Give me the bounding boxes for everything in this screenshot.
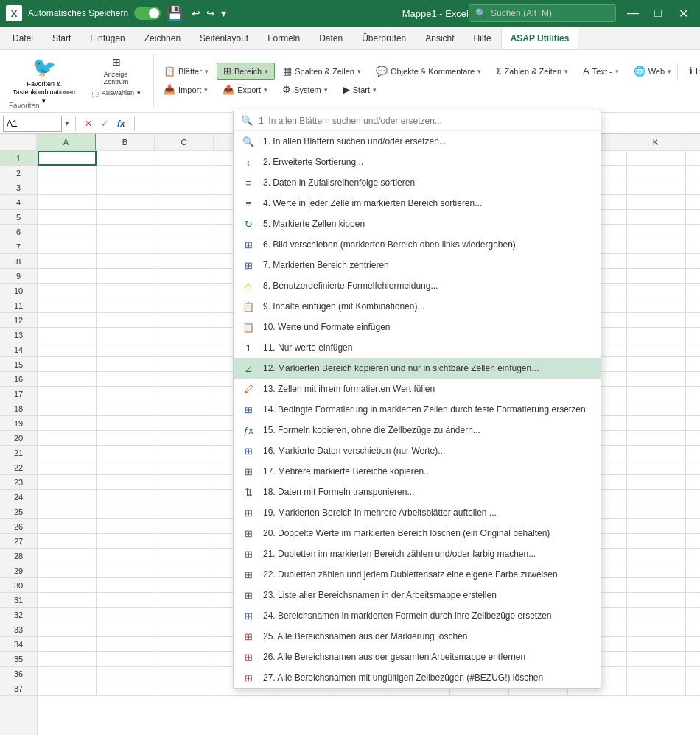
cell-34-11[interactable] xyxy=(686,637,700,652)
cell-25-2[interactable] xyxy=(155,504,214,519)
undo-button[interactable]: ↩ xyxy=(192,7,200,19)
cell-22-11[interactable] xyxy=(686,460,700,475)
cell-18-0[interactable] xyxy=(38,401,97,416)
cell-14-0[interactable] xyxy=(38,342,97,357)
row-header-32[interactable]: 32 xyxy=(0,608,37,622)
list-item[interactable]: ↕2. Erweiterte Sortierung... xyxy=(234,152,601,172)
row-header-20[interactable]: 20 xyxy=(0,431,37,446)
row-header-18[interactable]: 18 xyxy=(0,401,37,416)
cell-37-2[interactable] xyxy=(155,681,214,696)
cell-14-2[interactable] xyxy=(155,342,214,357)
cell-32-10[interactable] xyxy=(627,608,686,622)
cell-29-2[interactable] xyxy=(155,563,214,578)
cell-19-1[interactable] xyxy=(97,416,155,431)
cell-19-2[interactable] xyxy=(155,416,214,431)
cell-15-0[interactable] xyxy=(38,357,97,372)
cell-7-11[interactable] xyxy=(686,239,700,254)
list-item[interactable]: ⊞20. Doppelte Werte im markierten Bereic… xyxy=(234,523,601,544)
auswaehlen-button[interactable]: ⬚ Auswählen ▾ xyxy=(85,85,147,101)
cell-32-11[interactable] xyxy=(686,608,700,622)
cell-17-11[interactable] xyxy=(686,387,700,401)
cell-25-0[interactable] xyxy=(38,504,97,519)
text-button[interactable]: A Text - ▾ xyxy=(576,63,626,80)
save-button[interactable]: 💾 xyxy=(167,5,183,21)
function-button[interactable]: fx xyxy=(114,119,128,129)
list-item[interactable]: ⊞7. Markierten Bereich zentrieren xyxy=(234,255,601,275)
cell-19-10[interactable] xyxy=(627,416,686,431)
row-header-23[interactable]: 23 xyxy=(0,475,37,490)
search-box[interactable]: 🔍 Suchen (Alt+M) xyxy=(469,4,616,22)
cell-9-11[interactable] xyxy=(686,269,700,284)
list-item[interactable]: 🖊13. Zellen mit ihrem formatierten Wert … xyxy=(234,379,601,399)
redo-button[interactable]: ↪ xyxy=(206,7,215,19)
cell-20-11[interactable] xyxy=(686,431,700,446)
row-header-33[interactable]: 33 xyxy=(0,622,37,637)
formula-confirm-button[interactable]: ✓ xyxy=(98,119,111,129)
cell-36-0[interactable] xyxy=(38,667,97,681)
cell-23-0[interactable] xyxy=(38,475,97,490)
cell-28-11[interactable] xyxy=(686,549,700,563)
cell-1-0[interactable] xyxy=(38,151,97,166)
cell-15-10[interactable] xyxy=(627,357,686,372)
cell-12-10[interactable] xyxy=(627,313,686,328)
cell-14-10[interactable] xyxy=(627,342,686,357)
row-header-1[interactable]: 1 xyxy=(0,151,37,166)
cell-33-2[interactable] xyxy=(155,622,214,637)
cell-17-10[interactable] xyxy=(627,387,686,401)
cell-37-1[interactable] xyxy=(97,681,155,696)
cell-4-10[interactable] xyxy=(627,195,686,210)
cell-36-1[interactable] xyxy=(97,667,155,681)
cell-24-1[interactable] xyxy=(97,490,155,504)
cell-1-2[interactable] xyxy=(155,151,214,166)
cell-23-10[interactable] xyxy=(627,475,686,490)
list-item[interactable]: ⊞25. Alle Bereichsnamen aus der Markieru… xyxy=(234,626,601,647)
cell-8-0[interactable] xyxy=(38,254,97,269)
cell-34-10[interactable] xyxy=(627,637,686,652)
cell-9-10[interactable] xyxy=(627,269,686,284)
cell-32-2[interactable] xyxy=(155,608,214,622)
cell-2-1[interactable] xyxy=(97,166,155,180)
list-item[interactable]: ⊞17. Mehrere markierte Bereiche kopieren… xyxy=(234,461,601,482)
tab-zeichnen[interactable]: Zeichnen xyxy=(135,27,190,49)
minimize-button[interactable]: — xyxy=(622,3,644,24)
row-header-29[interactable]: 29 xyxy=(0,563,37,578)
formula-cancel-button[interactable]: ✕ xyxy=(82,119,95,129)
list-item[interactable]: 🔍1. In allen Blättern suchen und/oder er… xyxy=(234,131,601,152)
cell-11-1[interactable] xyxy=(97,298,155,313)
cell-10-2[interactable] xyxy=(155,284,214,298)
cell-26-1[interactable] xyxy=(97,519,155,534)
cell-7-0[interactable] xyxy=(38,239,97,254)
cell-12-2[interactable] xyxy=(155,313,214,328)
cell-27-2[interactable] xyxy=(155,534,214,549)
cell-28-1[interactable] xyxy=(97,549,155,563)
cell-31-1[interactable] xyxy=(97,593,155,608)
cell-11-11[interactable] xyxy=(686,298,700,313)
name-box-arrow[interactable]: ▾ xyxy=(65,119,69,128)
informationen-button[interactable]: ℹ Informationen ▾ xyxy=(682,63,700,80)
cell-16-10[interactable] xyxy=(627,372,686,387)
cell-20-1[interactable] xyxy=(97,431,155,446)
cell-37-11[interactable] xyxy=(686,681,700,696)
tab-formeln[interactable]: Formeln xyxy=(258,27,309,49)
cell-25-11[interactable] xyxy=(686,504,700,519)
cell-30-11[interactable] xyxy=(686,578,700,593)
cell-5-1[interactable] xyxy=(97,210,155,225)
list-item[interactable]: ≡3. Daten in Zufallsreihenfolge sortiere… xyxy=(234,172,601,193)
tab-ansicht[interactable]: Ansicht xyxy=(416,27,463,49)
cell-11-0[interactable] xyxy=(38,298,97,313)
cell-21-10[interactable] xyxy=(627,446,686,460)
cell-15-2[interactable] xyxy=(155,357,214,372)
row-header-16[interactable]: 16 xyxy=(0,372,37,387)
customize-button[interactable]: ▾ xyxy=(221,7,226,19)
cell-2-11[interactable] xyxy=(686,166,700,180)
cell-24-0[interactable] xyxy=(38,490,97,504)
spalten-zeilen-button[interactable]: ▦ Spalten & Zeilen ▾ xyxy=(276,63,368,80)
tab-ueberpruefen[interactable]: Überprüfen xyxy=(352,27,416,49)
cell-16-0[interactable] xyxy=(38,372,97,387)
cell-32-1[interactable] xyxy=(97,608,155,622)
zahlen-button[interactable]: Σ Zahlen & Zeiten ▾ xyxy=(489,63,575,80)
row-header-30[interactable]: 30 xyxy=(0,578,37,593)
cell-11-10[interactable] xyxy=(627,298,686,313)
cell-30-1[interactable] xyxy=(97,578,155,593)
row-header-21[interactable]: 21 xyxy=(0,446,37,460)
